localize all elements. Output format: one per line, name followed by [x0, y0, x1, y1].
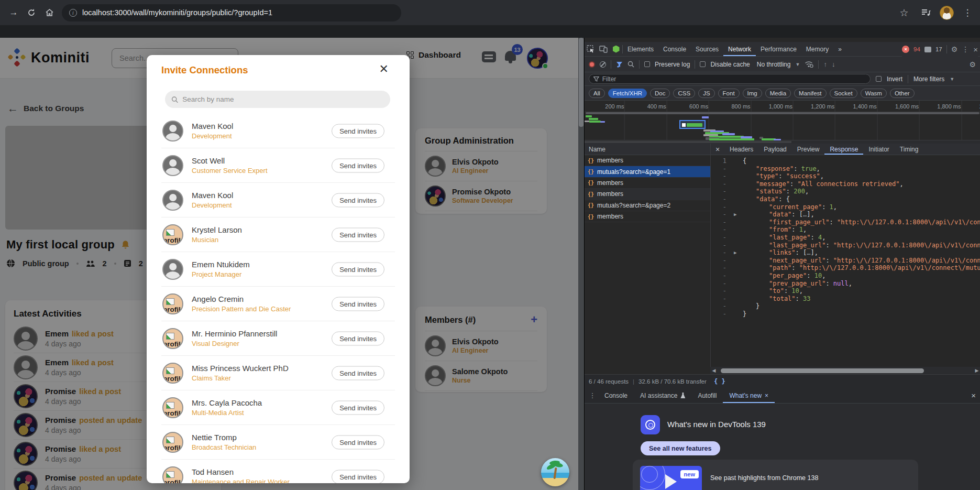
network-filter-input[interactable] — [602, 75, 866, 83]
request-type-chip[interactable]: Doc — [650, 89, 670, 98]
devtools-tab[interactable]: Memory — [801, 42, 833, 56]
see-all-features-button[interactable]: See all new features — [641, 441, 720, 455]
send-invites-button[interactable]: Send invites — [332, 124, 384, 138]
page-scrollbar-thumb[interactable] — [579, 38, 583, 127]
page-scrollbar[interactable] — [578, 38, 584, 490]
more-filters-label[interactable]: More filters — [913, 75, 944, 83]
devtools-tab[interactable]: Performance — [756, 42, 801, 56]
request-type-chip[interactable]: Fetch/XHR — [608, 89, 647, 98]
transfer-summary: 32.6 kB / 70.6 kB transfer — [638, 378, 707, 385]
send-invites-button[interactable]: Send invites — [332, 227, 384, 242]
drawer-tab-close-icon[interactable]: × — [765, 392, 768, 399]
request-type-chip[interactable]: JS — [698, 89, 714, 98]
browser-profile-avatar[interactable] — [940, 6, 954, 20]
waterfall-overview[interactable] — [585, 112, 980, 140]
response-tab[interactable]: Headers — [724, 144, 758, 155]
network-settings-icon[interactable]: ⚙ — [969, 60, 976, 69]
request-type-chip[interactable]: Socket — [830, 89, 857, 98]
browser-menu-icon[interactable]: ⋮ — [959, 4, 976, 21]
har-import-icon[interactable]: ↑ — [823, 60, 827, 68]
request-type-chip[interactable]: CSS — [673, 89, 695, 98]
fold-arrow-icon[interactable]: ▶ — [734, 249, 736, 257]
devtools-close-icon[interactable]: × — [973, 45, 978, 54]
drawer-menu-icon[interactable]: ⋮ — [587, 391, 598, 399]
request-type-chip[interactable]: Media — [765, 89, 791, 98]
highlights-card[interactable]: new See past highlights from Chrome 138 — [633, 460, 918, 490]
send-invites-button[interactable]: Send invites — [332, 297, 384, 311]
clear-icon[interactable] — [600, 61, 606, 68]
device-toolbar-icon[interactable] — [597, 42, 610, 56]
devtools-settings-icon[interactable]: ⚙ — [951, 45, 958, 53]
disable-cache-checkbox[interactable] — [700, 61, 706, 67]
send-invites-button[interactable]: Send invites — [332, 470, 384, 483]
reload-icon[interactable] — [23, 4, 40, 21]
send-invites-button[interactable]: Send invites — [332, 262, 384, 276]
request-type-chip[interactable]: Manifest — [794, 89, 826, 98]
request-row[interactable]: {} members — [585, 189, 710, 200]
hscroll-left-icon[interactable]: ◀ — [710, 368, 718, 373]
drawer-tab[interactable]: What's new × — [723, 388, 775, 403]
request-type-chip[interactable]: All — [589, 89, 605, 98]
modal-search-input[interactable] — [182, 95, 384, 103]
response-tab[interactable]: Response — [824, 144, 863, 155]
error-badge-icon[interactable]: × — [902, 46, 909, 53]
send-invites-button[interactable]: Send invites — [332, 158, 384, 172]
flask-icon — [680, 393, 685, 398]
record-icon[interactable] — [589, 61, 595, 68]
filter-funnel-icon[interactable] — [616, 61, 623, 68]
send-invites-button[interactable]: Send invites — [332, 400, 384, 415]
site-info-icon[interactable]: i — [69, 9, 77, 17]
response-tab[interactable]: Preview — [792, 144, 825, 155]
network-search-icon[interactable] — [627, 61, 634, 68]
request-type-chip[interactable]: Img — [743, 89, 762, 98]
send-invites-button[interactable]: Send invites — [332, 366, 384, 380]
devtools-tab[interactable]: Elements — [623, 42, 658, 56]
response-hscrollbar[interactable]: ◀ ▶ — [710, 367, 980, 374]
response-tab[interactable]: Payload — [758, 144, 791, 155]
request-type-chip[interactable]: Font — [718, 89, 740, 98]
response-tab[interactable]: Initiator — [863, 144, 894, 155]
throttling-select[interactable]: No throttling — [757, 61, 791, 68]
devtools-kebab-icon[interactable]: ⋮ — [962, 45, 969, 53]
hscroll-thumb[interactable] — [721, 368, 924, 373]
devtools-tab[interactable]: Console — [658, 42, 691, 56]
request-row[interactable]: {} members — [585, 211, 710, 222]
request-type-chip[interactable]: Wasm — [861, 89, 887, 98]
response-json-view[interactable]: 1 { - "response": true, — [711, 155, 980, 367]
media-control-icon[interactable] — [918, 4, 934, 21]
close-details-icon[interactable]: × — [711, 145, 724, 154]
invert-checkbox[interactable] — [876, 76, 882, 82]
inspect-element-icon[interactable] — [585, 42, 597, 56]
drawer-tab[interactable]: Console — [598, 388, 634, 403]
send-invites-button[interactable]: Send invites — [332, 193, 384, 207]
fold-arrow-icon[interactable]: ▶ — [734, 211, 736, 219]
request-row[interactable]: {} members — [585, 178, 710, 189]
request-row[interactable]: {} members — [585, 155, 710, 166]
drawer-close-icon[interactable]: × — [971, 391, 976, 400]
drawer-tab[interactable]: AI assistance — [634, 388, 691, 403]
request-row[interactable]: {} mutuals?search=&page=1 — [585, 166, 710, 177]
network-conditions-icon[interactable] — [805, 61, 813, 68]
request-type-chip[interactable]: Other — [890, 89, 915, 98]
drawer-tab[interactable]: Autofill — [691, 388, 723, 403]
devtools-tab[interactable]: Network — [723, 42, 756, 56]
forward-icon[interactable]: → — [5, 4, 22, 21]
send-invites-button[interactable]: Send invites — [332, 331, 384, 345]
devtools-tab[interactable]: Sources — [691, 42, 723, 56]
bookmark-star-icon[interactable]: ☆ — [896, 4, 912, 21]
pretty-print-button[interactable]: { } — [714, 378, 725, 385]
issues-icon[interactable] — [924, 47, 931, 52]
har-export-icon[interactable]: ↓ — [832, 60, 835, 68]
hscroll-right-icon[interactable]: ▶ — [973, 368, 980, 373]
more-tabs-icon[interactable]: » — [833, 42, 846, 56]
response-tab[interactable]: Timing — [895, 144, 924, 155]
preserve-log-checkbox[interactable] — [644, 61, 650, 67]
address-bar[interactable]: i localhost:3000/wall/mykominiti/groups/… — [62, 4, 401, 21]
request-row[interactable]: {} mutuals?search=&page=2 — [585, 200, 710, 211]
node-icon[interactable] — [610, 42, 622, 56]
modal-close-icon[interactable]: ✕ — [379, 63, 389, 75]
requests-name-header[interactable]: Name — [585, 144, 710, 155]
home-icon[interactable] — [41, 4, 58, 21]
island-widget[interactable] — [541, 458, 569, 486]
send-invites-button[interactable]: Send invites — [332, 435, 384, 449]
